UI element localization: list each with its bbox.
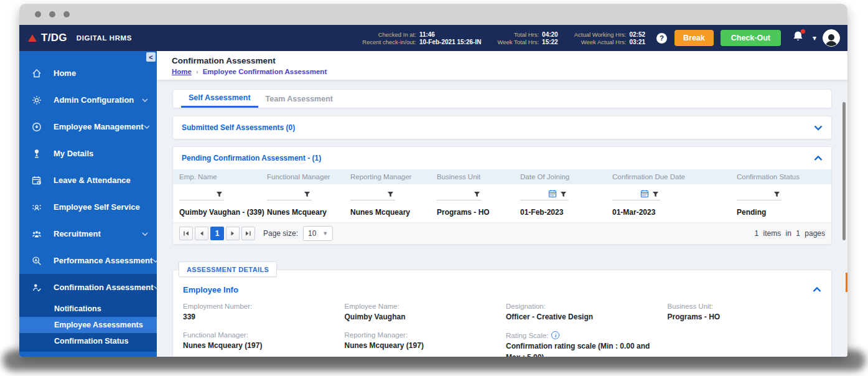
employee-info-card: Employee Info Employment Number: 339 Emp… xyxy=(172,270,832,357)
submitted-assessments-header[interactable]: Submitted Self Assessments (0) xyxy=(173,116,831,139)
filter-funnel-icon xyxy=(474,191,480,198)
sidebar-item-confirmation-assessment[interactable]: Confirmation Assessment xyxy=(19,274,157,301)
pending-assessments-header[interactable]: Pending Confirmation Assessment - (1) xyxy=(173,147,831,169)
cell-confirmation-status: Pending xyxy=(730,204,831,222)
page-title: Confirmation Assessment xyxy=(172,56,833,65)
magnifier-person-icon xyxy=(29,255,45,266)
chevron-up-icon[interactable] xyxy=(814,153,823,164)
product-name: DIGITAL HRMS xyxy=(77,34,132,42)
sidebar-item-label: Admin Configuration xyxy=(54,95,134,105)
section-title: Employee Info xyxy=(183,285,238,294)
sidebar-item-my-details[interactable]: My Details xyxy=(19,140,157,167)
sidebar-collapse-button[interactable]: < xyxy=(146,52,156,62)
filter-funnel-icon xyxy=(560,191,567,198)
employee-info-header[interactable]: Employee Info xyxy=(183,284,821,295)
app-logo[interactable]: T/DG DIGITAL HRMS xyxy=(28,32,132,44)
table-header-row: Emp. Name Functional Manager Reporting M… xyxy=(173,169,831,184)
pending-assessments-table: Emp. Name Functional Manager Reporting M… xyxy=(173,169,831,222)
field-designation: Designation: Officer - Creative Design xyxy=(506,303,660,322)
field-functional-manager: Functional Manager: Nunes Mcqueary (197) xyxy=(183,331,337,357)
first-page-button[interactable] xyxy=(179,227,193,240)
employee-info-grid: Employment Number: 339 Employee Name: Qu… xyxy=(183,303,821,357)
window-dot-2[interactable] xyxy=(49,11,55,17)
sidebar-item-label: Performance Assessment xyxy=(54,256,152,265)
person-check-icon xyxy=(29,282,45,293)
stat-label: Recent check-in/out: xyxy=(362,39,416,45)
cell-emp-name[interactable]: Quimby Vaughan - (339) xyxy=(173,204,261,222)
sidebar-item-performance-assessment[interactable]: Performance Assessment xyxy=(19,247,157,274)
table-row[interactable]: Quimby Vaughan - (339) Nunes Mcqueary Nu… xyxy=(173,204,831,222)
vertical-scrollbar[interactable] xyxy=(842,102,846,240)
total-hrs-stat-group: Total Hrs: 04:20 Week Total Hrs: 15:22 xyxy=(497,31,558,45)
sidebar-item-employee-self-service[interactable]: Employee Self Service xyxy=(19,194,157,220)
field-empty xyxy=(668,331,822,357)
app-header: T/DG DIGITAL HRMS Checked In at: 11:46 R… xyxy=(19,25,847,51)
cell-business-unit: Programs - HO xyxy=(431,204,514,222)
sidebar-item-leave-attendance[interactable]: Leave & Attendance xyxy=(19,167,157,194)
column-header[interactable]: Functional Manager xyxy=(261,169,344,184)
window-dot-1[interactable] xyxy=(35,11,41,17)
window-chrome xyxy=(19,4,847,25)
main-content: Confirmation Assessment Home › Employee … xyxy=(157,51,847,357)
stat-value: 10-Feb-2021 15:26-IN xyxy=(419,39,482,45)
tab-self-assessment[interactable]: Self Assessment xyxy=(181,90,258,108)
confirmation-assessment-section: Confirmation Assessment Notifications Em… xyxy=(19,274,157,352)
column-header[interactable]: Emp. Name xyxy=(173,169,261,184)
page-size-value: 10 xyxy=(308,229,316,238)
chevron-up-icon[interactable] xyxy=(813,284,821,295)
column-header[interactable]: Confirmation Due Date xyxy=(606,169,730,184)
filter-funnel-icon xyxy=(387,191,394,198)
column-header[interactable]: Reporting Manager xyxy=(344,169,431,184)
filter-funnel-icon xyxy=(773,191,780,198)
cell-functional-manager: Nunes Mcqueary xyxy=(261,204,344,222)
help-icon[interactable]: ? xyxy=(656,33,667,44)
browser-window: T/DG DIGITAL HRMS Checked In at: 11:46 R… xyxy=(19,4,847,357)
sidebar-item-admin-configuration[interactable]: Admin Configuration xyxy=(19,87,157,113)
notifications-bell-icon[interactable] xyxy=(792,31,804,45)
stat-label: Total Hrs: xyxy=(497,31,539,38)
confirmation-assessment-submenu: Notifications Employee Assessments Confi… xyxy=(19,301,157,349)
people-group-icon xyxy=(29,228,45,240)
stat-label: Week Actual Hrs: xyxy=(574,39,627,45)
sidebar-item-employee-management[interactable]: Employee Management xyxy=(19,113,157,140)
sidebar-item-label: My Details xyxy=(54,149,93,158)
checkout-button[interactable]: Check-Out xyxy=(721,30,781,46)
page-size-select[interactable]: 10 ▼ xyxy=(303,226,333,241)
calendar-icon xyxy=(640,189,649,198)
page: T/DG DIGITAL HRMS Checked In at: 11:46 R… xyxy=(0,0,868,376)
column-header[interactable]: Confirmation Status xyxy=(730,169,831,184)
window-dot-3[interactable] xyxy=(63,11,70,17)
user-avatar[interactable] xyxy=(823,29,840,47)
prev-page-button[interactable] xyxy=(195,227,208,240)
chevron-down-icon xyxy=(144,125,150,129)
current-page-button[interactable]: 1 xyxy=(210,227,224,240)
person-icon xyxy=(29,148,45,159)
accordion-title: Pending Confirmation Assessment - (1) xyxy=(182,154,321,162)
last-page-button[interactable] xyxy=(241,227,255,240)
stat-value: 04:20 xyxy=(542,31,558,38)
tab-team-assessment[interactable]: Team Assessment xyxy=(258,90,340,108)
break-button[interactable]: Break xyxy=(674,30,714,46)
stat-value: 03:21 xyxy=(629,39,645,45)
column-header[interactable]: Date Of Joining xyxy=(514,169,606,184)
checkin-stat-group: Checked In at: 11:46 Recent check-in/out… xyxy=(362,31,481,45)
next-page-button[interactable] xyxy=(226,227,240,240)
actual-hrs-stat-group: Actual Working Hrs: 02:52 Week Actual Hr… xyxy=(574,31,645,45)
assessment-details-tab[interactable]: ASSESSMENT DETAILS xyxy=(179,261,277,277)
breadcrumb-home-link[interactable]: Home xyxy=(172,68,192,75)
content-area: Self Assessment Team Assessment Submitte… xyxy=(157,80,847,357)
sidebar-subitem-employee-assessments[interactable]: Employee Assessments xyxy=(19,317,157,333)
sidebar-item-home[interactable]: Home xyxy=(19,60,157,87)
chevron-down-icon[interactable] xyxy=(814,122,823,133)
breadcrumb-separator-icon: › xyxy=(196,68,198,75)
sidebar-item-label: Recruitment xyxy=(54,229,101,238)
sidebar-subitem-confirmation-status[interactable]: Confirmation Status xyxy=(19,333,157,349)
user-menu-caret-icon[interactable]: ▾ xyxy=(813,34,816,42)
column-header[interactable]: Business Unit xyxy=(431,169,514,184)
accordion-title: Submitted Self Assessments (0) xyxy=(182,123,295,132)
chevron-down-icon: ▼ xyxy=(322,230,328,237)
sidebar-item-label: Confirmation Assessment xyxy=(54,283,154,292)
sidebar-item-recruitment[interactable]: Recruitment xyxy=(19,220,157,247)
info-icon[interactable]: i xyxy=(551,331,559,339)
sidebar-subitem-notifications[interactable]: Notifications xyxy=(19,301,157,317)
